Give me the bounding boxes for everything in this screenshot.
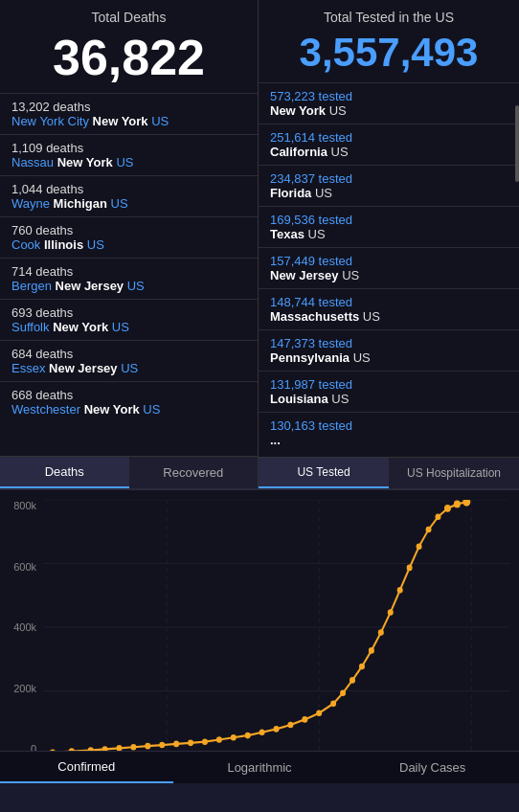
death-country: US: [116, 155, 133, 169]
svg-point-35: [407, 565, 413, 572]
tested-tab-bar: US TestedUS Hospitalization: [259, 457, 519, 488]
svg-point-40: [454, 501, 461, 508]
tested-list-item: 131,987 tested Louisiana US: [259, 371, 519, 412]
svg-point-33: [388, 609, 394, 616]
deaths-panel: Total Deaths 36,822 13,202 deaths New Yo…: [0, 0, 259, 488]
tested-country: US: [329, 103, 347, 118]
death-state: Illinois: [44, 237, 83, 252]
tested-count: 130,163 tested: [270, 418, 508, 433]
death-location: Suffolk New York US: [11, 320, 246, 334]
death-list-item: 684 deaths Essex New Jersey US: [0, 340, 258, 381]
deaths-tab-recovered[interactable]: Recovered: [129, 457, 259, 488]
tested-state: Massachusetts: [270, 309, 359, 324]
death-state: New York: [93, 114, 148, 128]
deaths-tab-deaths[interactable]: Deaths: [0, 457, 129, 488]
death-state: New Jersey: [56, 279, 124, 293]
death-location: New York City New York US: [11, 114, 246, 128]
tested-count: 148,744 tested: [270, 295, 508, 309]
total-deaths-number: 36,822: [0, 29, 258, 93]
death-location: Wayne Michigan US: [11, 196, 246, 211]
tested-list-item: 130,163 tested ...: [259, 412, 519, 453]
deaths-list: 13,202 deaths New York City New York US …: [0, 93, 258, 456]
svg-point-22: [260, 729, 265, 735]
death-count: 684 deaths: [11, 347, 246, 361]
tested-state: Texas: [270, 227, 305, 241]
tested-count: 157,449 tested: [270, 254, 508, 268]
total-tested-number: 3,557,493: [259, 29, 519, 82]
death-country: US: [127, 279, 145, 293]
death-location: Essex New Jersey US: [11, 361, 246, 375]
svg-point-24: [287, 722, 293, 729]
death-location: Bergen New Jersey US: [11, 279, 246, 293]
death-list-item: 668 deaths Westchester New York US: [0, 381, 258, 422]
death-count: 760 deaths: [11, 223, 246, 237]
tested-panel-header: Total Tested in the US: [259, 0, 519, 29]
y-axis-label: 200k: [13, 683, 40, 694]
tested-country: US: [342, 268, 359, 282]
death-state: New York: [57, 155, 113, 169]
top-section: Total Deaths 36,822 13,202 deaths New Yo…: [0, 0, 519, 488]
tested-location: ...: [270, 433, 508, 447]
death-list-item: 1,044 deaths Wayne Michigan US: [0, 175, 258, 216]
death-location: Nassau New York US: [11, 155, 246, 169]
svg-point-16: [173, 741, 179, 748]
death-country: US: [143, 402, 160, 417]
tested-location: California US: [270, 145, 508, 159]
tested-count: 147,373 tested: [270, 336, 508, 350]
bottom-tab-logarithmic[interactable]: Logarithmic: [173, 752, 347, 783]
tested-count: 234,837 tested: [270, 171, 508, 186]
death-count: 1,044 deaths: [11, 182, 246, 196]
svg-point-19: [216, 736, 222, 743]
svg-point-38: [435, 513, 440, 520]
death-city: Bergen: [11, 279, 52, 293]
tested-tab-us-tested[interactable]: US Tested: [259, 458, 389, 488]
svg-point-34: [397, 587, 403, 594]
tested-panel: Total Tested in the US 3,557,493 573,223…: [259, 0, 519, 488]
tested-list: 573,223 tested New York US 251,614 teste…: [259, 82, 519, 457]
svg-point-26: [316, 710, 322, 716]
svg-point-14: [145, 743, 150, 750]
death-country: US: [87, 237, 104, 252]
svg-point-15: [159, 742, 165, 749]
bottom-tab-confirmed[interactable]: Confirmed: [0, 752, 173, 783]
tested-count: 573,223 tested: [270, 89, 508, 103]
death-state: New York: [53, 320, 108, 334]
death-list-item: 1,109 deaths Nassau New York US: [0, 134, 258, 175]
death-state: Michigan: [54, 196, 107, 211]
tested-country: US: [308, 227, 326, 241]
tested-location: Massachusetts US: [270, 309, 508, 324]
tested-count: 169,536 tested: [270, 213, 508, 227]
bottom-tab-daily-cases[interactable]: Daily Cases: [346, 752, 519, 783]
tested-list-item: 234,837 tested Florida US: [259, 165, 519, 206]
svg-point-13: [130, 744, 136, 751]
tested-state: California: [270, 145, 327, 159]
scroll-indicator: [515, 105, 519, 182]
death-country: US: [112, 320, 129, 334]
tested-location: New York US: [270, 103, 508, 118]
death-country: US: [151, 114, 169, 128]
svg-point-36: [417, 543, 422, 550]
svg-point-25: [302, 716, 307, 723]
svg-point-31: [369, 647, 374, 654]
tested-state: Pennsylvania: [270, 350, 350, 365]
svg-point-27: [330, 700, 336, 707]
death-city: New York City: [11, 114, 89, 128]
death-count: 693 deaths: [11, 305, 246, 320]
svg-point-39: [444, 505, 451, 512]
death-city: Essex: [11, 361, 45, 375]
death-city: Wayne: [11, 196, 50, 211]
death-state: New Jersey: [49, 361, 118, 375]
svg-point-20: [231, 734, 237, 741]
chart-svg: [43, 500, 509, 755]
death-list-item: 693 deaths Suffolk New York US: [0, 299, 258, 340]
svg-point-28: [340, 689, 346, 696]
tested-country: US: [331, 392, 349, 406]
death-count: 668 deaths: [11, 388, 246, 402]
death-location: Cook Illinois US: [11, 237, 246, 252]
tested-location: Louisiana US: [270, 392, 508, 406]
tested-tab-us-hospitalization[interactable]: US Hospitalization: [389, 458, 519, 488]
death-city: Suffolk: [11, 320, 50, 334]
death-state: New York: [84, 402, 140, 417]
tested-country: US: [363, 309, 380, 324]
tested-count: 251,614 tested: [270, 130, 508, 145]
